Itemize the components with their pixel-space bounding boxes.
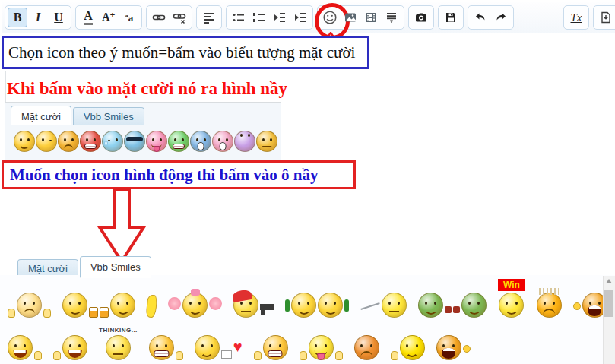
bullet-list-button[interactable] (229, 8, 249, 27)
insert-image-icon (344, 11, 357, 24)
finger-gun-emoticon[interactable] (391, 335, 425, 360)
text-case-button[interactable]: ªa (119, 8, 139, 27)
beer-icon (100, 307, 109, 318)
tab-vbb-smiles[interactable]: Vbb Smiles (73, 107, 144, 125)
rolleyes-smiley[interactable] (234, 131, 255, 152)
insert-link-button[interactable] (149, 8, 169, 27)
cool-smiley[interactable] (124, 131, 145, 152)
annotation-heading-red: Khi bấm vào mặt cười nó ra hình nầy (7, 79, 287, 99)
save-icon (444, 11, 458, 24)
scroll-up-icon[interactable] (606, 279, 612, 283)
scheming-emoticon[interactable] (149, 335, 183, 360)
eek-smiley[interactable] (212, 131, 233, 152)
redo-icon (494, 11, 508, 24)
hand-icon (34, 351, 42, 360)
insert-quote-icon (385, 11, 398, 24)
wink-smiley[interactable] (36, 131, 57, 152)
outdent-button[interactable] (270, 8, 290, 27)
save-button[interactable] (441, 8, 461, 27)
tab-mat-cuoi[interactable]: Mặt cười (11, 106, 71, 125)
worship-emoticon[interactable] (8, 293, 51, 318)
confused-smiley[interactable] (256, 131, 277, 152)
remove-link-button[interactable] (170, 8, 189, 27)
crazy-face-emoticon[interactable] (300, 335, 343, 360)
remove-format-button[interactable]: Tx (566, 8, 586, 27)
bold-button[interactable]: B (8, 8, 27, 27)
italic-button[interactable]: I (28, 8, 48, 27)
underline-icon: U (54, 11, 63, 24)
numbered-list-icon (252, 11, 266, 24)
toolbar-group: AA⁺ªa (75, 5, 142, 30)
laugh-point-right-emoticon[interactable] (8, 335, 42, 360)
hand-icon (300, 351, 307, 360)
bullet-list-icon (232, 11, 246, 24)
tongue-smiley[interactable] (146, 131, 167, 152)
redo-button[interactable] (491, 8, 511, 27)
text-color-button[interactable]: A (78, 8, 98, 27)
hand-icon (335, 351, 343, 360)
toolbar-group (468, 5, 514, 30)
bottle-icon (344, 299, 349, 312)
shooter-emoticon[interactable] (233, 293, 274, 318)
editor-toolbar: BIUAA⁺ªaTx (2, 2, 615, 33)
toast-emoticon[interactable] (418, 293, 487, 318)
tab2-mat-cuoi[interactable]: Mặt cười (17, 259, 78, 277)
giggling-emoticon[interactable] (254, 335, 288, 360)
insert-link-icon (152, 11, 166, 24)
tab2-vbb-smiles[interactable]: Vbb Smiles (80, 256, 151, 278)
numbered-list-button[interactable] (249, 8, 269, 27)
fist-icon (463, 345, 471, 353)
annotation-callout-box: Muốn chọn icon hình động thì bấm vào ô n… (2, 160, 356, 189)
insert-quote-button[interactable] (382, 8, 401, 27)
emoticon-row: THINKING... (0, 318, 615, 360)
source-mode-button[interactable] (596, 8, 615, 27)
biggrin-smiley[interactable] (168, 131, 189, 152)
cry-smiley[interactable] (102, 131, 123, 152)
font-size-button[interactable]: A⁺ (99, 8, 119, 27)
underline-button[interactable]: U (49, 8, 68, 27)
align-button[interactable] (199, 8, 219, 27)
thinking-emoticon[interactable]: THINKING... (99, 327, 138, 360)
smile-smiley[interactable] (14, 131, 35, 152)
toolbar-group (146, 5, 192, 30)
undo-button[interactable] (471, 8, 490, 27)
bold-icon: B (14, 11, 22, 24)
toolbar-group (593, 5, 615, 30)
yelling-emoticon[interactable] (436, 335, 471, 360)
insert-image-button[interactable] (341, 8, 360, 27)
gun-icon (260, 304, 274, 310)
dancing-banana-emoticon[interactable] (147, 295, 157, 318)
scroll-thumb[interactable] (604, 290, 613, 317)
love-letter-emoticon[interactable] (195, 335, 243, 360)
angry-emoticon[interactable] (537, 293, 562, 318)
fencer-emoticon[interactable] (360, 293, 407, 318)
smiley-button[interactable] (320, 8, 340, 27)
screenshot-button[interactable] (411, 8, 431, 27)
cheers-emoticon[interactable] (62, 293, 135, 318)
toolbar-group (317, 5, 404, 30)
toolbar-group: Tx (563, 5, 589, 30)
align-icon (202, 11, 216, 24)
emoticon-row: Win (0, 275, 615, 318)
drinking-buddies-emoticon[interactable] (285, 293, 349, 318)
source-mode-icon (599, 11, 613, 24)
toolbar-group (408, 5, 434, 30)
heart-icon (233, 339, 243, 354)
insert-video-button[interactable] (361, 8, 381, 27)
cup-icon (445, 306, 452, 313)
cheerleader-emoticon[interactable] (168, 293, 222, 318)
laugh-point-left-emoticon[interactable] (53, 335, 87, 360)
shocked-smiley[interactable] (190, 131, 211, 152)
win-emoticon[interactable]: Win (498, 279, 525, 318)
frown-smiley[interactable] (58, 131, 79, 152)
hand-icon (53, 351, 61, 360)
outdent-icon (273, 11, 287, 24)
remove-format-icon: Tx (571, 12, 582, 24)
mad-smiley[interactable] (80, 131, 101, 152)
sword-icon (360, 302, 379, 310)
indent-icon (293, 11, 307, 24)
grumpy-emoticon[interactable] (354, 335, 379, 360)
scrollbar[interactable] (603, 276, 615, 364)
indent-button[interactable] (290, 8, 310, 27)
smiley-picker-tabstrip: Mặt cười Vbb Smiles (5, 103, 281, 125)
